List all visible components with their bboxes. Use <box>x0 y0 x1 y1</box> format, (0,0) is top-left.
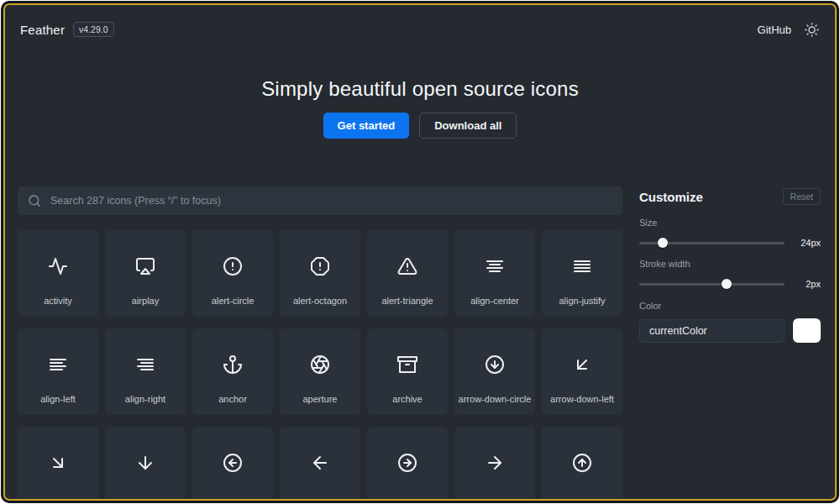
sun-icon[interactable] <box>805 22 820 37</box>
icon-card-arrow-left[interactable] <box>280 427 360 501</box>
stroke-slider-row: 2px <box>639 279 821 289</box>
icon-card-label: alert-triangle <box>381 296 433 306</box>
icon-card-align-right[interactable]: align-right <box>105 328 186 415</box>
icon-card-aperture[interactable]: aperture <box>280 328 360 415</box>
customize-header: Customize Reset <box>639 188 821 205</box>
icon-card-label: archive <box>392 394 422 404</box>
color-row <box>639 318 821 343</box>
icon-card-label: align-center <box>470 296 518 306</box>
size-slider[interactable] <box>639 238 785 248</box>
archive-icon <box>397 354 417 375</box>
stroke-slider-track[interactable] <box>639 283 785 286</box>
page-title: Simply beautiful open source icons <box>5 77 835 101</box>
arrow-up-circle-icon <box>572 453 592 473</box>
feather-site-window: Feather v4.29.0 GitHub Simply beautiful … <box>3 3 837 501</box>
feather-logo[interactable]: Feather <box>20 23 65 37</box>
icon-card-label: activity <box>44 296 72 306</box>
color-swatch[interactable] <box>793 318 821 343</box>
stroke-slider-thumb[interactable] <box>722 279 732 289</box>
arrow-right-icon <box>485 453 505 473</box>
icon-card-label: align-justify <box>559 296 605 306</box>
stroke-width-value: 2px <box>806 279 821 289</box>
icon-card-align-justify[interactable]: align-justify <box>542 230 622 317</box>
hero-buttons: Get started Download all <box>5 113 835 139</box>
icon-card-arrow-down-circle[interactable]: arrow-down-circle <box>454 328 535 415</box>
icon-card-arrow-down-left[interactable]: arrow-down-left <box>542 328 622 415</box>
arrow-right-circle-icon <box>397 453 417 473</box>
aperture-icon <box>310 354 330 375</box>
icon-card-anchor[interactable]: anchor <box>192 328 273 415</box>
size-slider-thumb[interactable] <box>658 238 668 248</box>
customize-title: Customize <box>639 190 703 204</box>
reset-button[interactable]: Reset <box>783 188 821 205</box>
icon-card-label: anchor <box>218 394 247 404</box>
alert-circle-icon <box>223 256 243 276</box>
brand: Feather v4.29.0 <box>20 22 114 37</box>
align-right-icon <box>135 354 155 375</box>
arrow-left-icon <box>310 453 330 473</box>
get-started-button[interactable]: Get started <box>323 113 410 139</box>
icon-card-label: arrow-down-left <box>550 394 614 404</box>
size-slider-row: 24px <box>639 238 821 248</box>
icon-card-label: alert-octagon <box>293 296 347 306</box>
arrow-down-circle-icon <box>485 354 505 375</box>
icon-card-align-center[interactable]: align-center <box>454 230 535 317</box>
icon-card-arrow-left-circle[interactable] <box>192 427 273 501</box>
header-right: GitHub <box>758 22 820 37</box>
version-badge: v4.29.0 <box>73 22 113 37</box>
icon-card-arrow-right[interactable] <box>454 427 535 501</box>
site-header: Feather v4.29.0 GitHub <box>20 18 820 40</box>
arrow-left-circle-icon <box>223 453 243 473</box>
icon-card-arrow-down[interactable] <box>105 427 186 501</box>
search-icon <box>28 194 41 207</box>
stroke-width-slider[interactable] <box>639 279 785 289</box>
activity-icon <box>48 256 68 276</box>
arrow-down-left-icon <box>572 354 592 375</box>
color-input[interactable] <box>639 319 785 343</box>
customize-panel: Customize Reset Size 24px Stroke width 2… <box>639 188 821 343</box>
icon-card-label: arrow-down-circle <box>459 394 532 404</box>
alert-triangle-icon <box>397 256 417 276</box>
align-left-icon <box>48 354 68 375</box>
icon-card-archive[interactable]: archive <box>367 328 448 415</box>
icon-card-label: align-right <box>125 394 165 404</box>
download-all-button[interactable]: Download all <box>419 113 517 139</box>
icon-card-align-left[interactable]: align-left <box>18 328 98 415</box>
color-label: Color <box>639 301 821 311</box>
icon-grid: activityairplayalert-circlealert-octagon… <box>18 230 622 501</box>
icon-card-arrow-down-right[interactable] <box>18 427 98 501</box>
icon-card-label: airplay <box>132 296 159 306</box>
airplay-icon <box>135 256 155 276</box>
search-input[interactable] <box>49 194 612 207</box>
icon-card-alert-triangle[interactable]: alert-triangle <box>367 230 448 317</box>
size-value: 24px <box>801 238 821 248</box>
stroke-width-label: Stroke width <box>639 259 821 269</box>
icon-card-alert-circle[interactable]: alert-circle <box>192 230 273 317</box>
icon-card-label: align-left <box>40 394 76 404</box>
anchor-icon <box>223 354 243 375</box>
align-center-icon <box>485 256 505 276</box>
icon-card-arrow-up-circle[interactable] <box>542 427 622 501</box>
alert-octagon-icon <box>310 256 330 276</box>
icon-card-label: aperture <box>303 394 338 404</box>
arrow-down-right-icon <box>48 453 68 473</box>
github-link[interactable]: GitHub <box>758 24 791 36</box>
arrow-down-icon <box>135 453 155 473</box>
icon-card-arrow-right-circle[interactable] <box>367 427 448 501</box>
icon-card-activity[interactable]: activity <box>18 230 98 317</box>
icon-card-airplay[interactable]: airplay <box>105 230 186 317</box>
search-bar[interactable] <box>18 186 622 215</box>
screenshot-frame: Feather v4.29.0 GitHub Simply beautiful … <box>1 1 839 503</box>
icon-card-label: alert-circle <box>212 296 255 306</box>
size-label: Size <box>639 218 821 228</box>
align-justify-icon <box>572 256 592 276</box>
icon-card-alert-octagon[interactable]: alert-octagon <box>280 230 360 317</box>
